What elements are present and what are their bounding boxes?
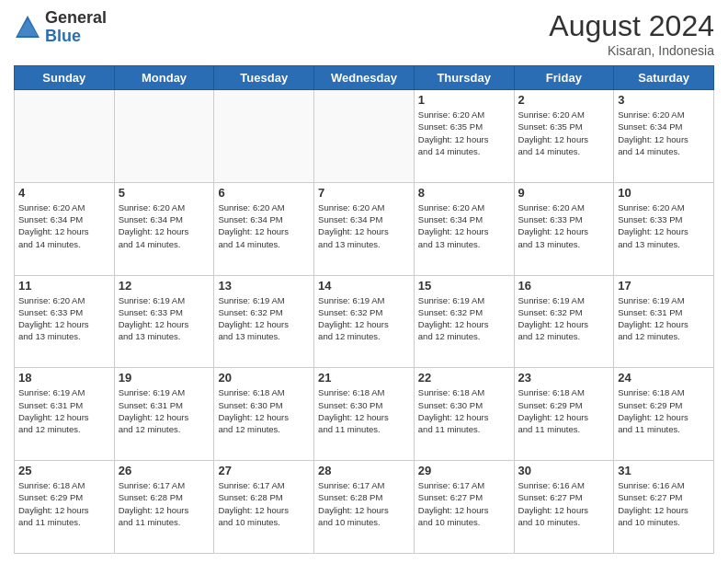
day-number: 12 xyxy=(119,279,210,293)
calendar-cell: 18Sunrise: 6:19 AM Sunset: 6:31 PM Dayli… xyxy=(15,368,115,461)
calendar-cell: 20Sunrise: 6:18 AM Sunset: 6:30 PM Dayli… xyxy=(214,368,314,461)
title-block: August 2024 Kisaran, Indonesia xyxy=(549,9,714,58)
day-number: 19 xyxy=(119,371,210,385)
day-number: 23 xyxy=(518,371,610,385)
day-header-tuesday: Tuesday xyxy=(214,66,314,90)
calendar-cell: 30Sunrise: 6:16 AM Sunset: 6:27 PM Dayli… xyxy=(514,461,614,554)
day-info: Sunrise: 6:20 AM Sunset: 6:34 PM Dayligh… xyxy=(418,201,510,250)
day-info: Sunrise: 6:19 AM Sunset: 6:31 PM Dayligh… xyxy=(618,294,710,343)
calendar-cell: 22Sunrise: 6:18 AM Sunset: 6:30 PM Dayli… xyxy=(414,368,514,461)
day-number: 10 xyxy=(618,186,710,200)
location: Kisaran, Indonesia xyxy=(549,43,714,58)
calendar-cell: 28Sunrise: 6:17 AM Sunset: 6:28 PM Dayli… xyxy=(314,461,415,554)
calendar-week-4: 18Sunrise: 6:19 AM Sunset: 6:31 PM Dayli… xyxy=(15,368,714,461)
day-number: 14 xyxy=(318,279,410,293)
day-number: 28 xyxy=(318,464,410,477)
day-number: 18 xyxy=(18,371,110,385)
day-info: Sunrise: 6:18 AM Sunset: 6:30 PM Dayligh… xyxy=(318,386,410,435)
calendar-cell: 17Sunrise: 6:19 AM Sunset: 6:31 PM Dayli… xyxy=(614,275,714,368)
day-info: Sunrise: 6:20 AM Sunset: 6:33 PM Dayligh… xyxy=(618,201,710,250)
calendar-cell: 15Sunrise: 6:19 AM Sunset: 6:32 PM Dayli… xyxy=(414,275,514,368)
day-info: Sunrise: 6:19 AM Sunset: 6:32 PM Dayligh… xyxy=(418,294,510,343)
calendar-cell xyxy=(314,90,415,183)
day-number: 9 xyxy=(518,186,610,200)
day-info: Sunrise: 6:18 AM Sunset: 6:29 PM Dayligh… xyxy=(518,386,610,435)
day-info: Sunrise: 6:20 AM Sunset: 6:34 PM Dayligh… xyxy=(318,201,410,250)
day-number: 4 xyxy=(18,186,110,200)
day-number: 27 xyxy=(218,464,310,477)
day-info: Sunrise: 6:16 AM Sunset: 6:27 PM Dayligh… xyxy=(518,479,610,528)
calendar-cell: 3Sunrise: 6:20 AM Sunset: 6:34 PM Daylig… xyxy=(614,90,714,183)
day-info: Sunrise: 6:20 AM Sunset: 6:34 PM Dayligh… xyxy=(119,201,210,250)
day-number: 15 xyxy=(418,279,510,293)
calendar-cell: 31Sunrise: 6:16 AM Sunset: 6:27 PM Dayli… xyxy=(614,461,714,554)
day-number: 13 xyxy=(218,279,310,293)
day-info: Sunrise: 6:17 AM Sunset: 6:28 PM Dayligh… xyxy=(318,479,410,528)
calendar-week-1: 1Sunrise: 6:20 AM Sunset: 6:35 PM Daylig… xyxy=(15,90,714,183)
day-header-sunday: Sunday xyxy=(15,66,115,90)
day-info: Sunrise: 6:20 AM Sunset: 6:35 PM Dayligh… xyxy=(518,109,610,157)
day-number: 8 xyxy=(418,186,510,200)
calendar-cell: 10Sunrise: 6:20 AM Sunset: 6:33 PM Dayli… xyxy=(614,182,714,275)
calendar-cell: 5Sunrise: 6:20 AM Sunset: 6:34 PM Daylig… xyxy=(114,182,214,275)
day-number: 29 xyxy=(418,464,510,477)
day-info: Sunrise: 6:20 AM Sunset: 6:33 PM Dayligh… xyxy=(518,201,610,250)
day-info: Sunrise: 6:20 AM Sunset: 6:34 PM Dayligh… xyxy=(218,201,310,250)
calendar-cell: 16Sunrise: 6:19 AM Sunset: 6:32 PM Dayli… xyxy=(514,275,614,368)
calendar-cell: 24Sunrise: 6:18 AM Sunset: 6:29 PM Dayli… xyxy=(614,368,714,461)
day-info: Sunrise: 6:17 AM Sunset: 6:28 PM Dayligh… xyxy=(119,479,210,528)
day-number: 21 xyxy=(318,371,410,385)
calendar-cell xyxy=(214,90,314,183)
day-number: 31 xyxy=(618,464,710,477)
day-number: 25 xyxy=(18,464,110,477)
calendar-cell xyxy=(15,90,115,183)
calendar-cell: 7Sunrise: 6:20 AM Sunset: 6:34 PM Daylig… xyxy=(314,182,415,275)
day-number: 22 xyxy=(418,371,510,385)
month-year: August 2024 xyxy=(549,9,714,43)
day-info: Sunrise: 6:18 AM Sunset: 6:30 PM Dayligh… xyxy=(418,386,510,435)
logo-general-text: General xyxy=(45,8,107,27)
day-header-monday: Monday xyxy=(114,66,214,90)
calendar-cell: 29Sunrise: 6:17 AM Sunset: 6:27 PM Dayli… xyxy=(414,461,514,554)
day-header-saturday: Saturday xyxy=(614,66,714,90)
day-header-wednesday: Wednesday xyxy=(314,66,415,90)
day-info: Sunrise: 6:18 AM Sunset: 6:30 PM Dayligh… xyxy=(218,386,310,435)
calendar-cell: 19Sunrise: 6:19 AM Sunset: 6:31 PM Dayli… xyxy=(114,368,214,461)
day-header-friday: Friday xyxy=(514,66,614,90)
svg-marker-1 xyxy=(17,19,38,36)
day-info: Sunrise: 6:16 AM Sunset: 6:27 PM Dayligh… xyxy=(618,479,710,528)
logo: General Blue xyxy=(14,9,107,46)
calendar-cell: 13Sunrise: 6:19 AM Sunset: 6:32 PM Dayli… xyxy=(214,275,314,368)
day-info: Sunrise: 6:20 AM Sunset: 6:35 PM Dayligh… xyxy=(418,109,510,157)
calendar-week-2: 4Sunrise: 6:20 AM Sunset: 6:34 PM Daylig… xyxy=(15,182,714,275)
logo-blue-text: Blue xyxy=(45,27,81,45)
calendar-cell: 27Sunrise: 6:17 AM Sunset: 6:28 PM Dayli… xyxy=(214,461,314,554)
day-number: 1 xyxy=(418,93,510,107)
day-number: 26 xyxy=(119,464,210,477)
day-number: 24 xyxy=(618,371,710,385)
day-info: Sunrise: 6:18 AM Sunset: 6:29 PM Dayligh… xyxy=(18,479,110,528)
calendar-header-row: SundayMondayTuesdayWednesdayThursdayFrid… xyxy=(15,66,714,90)
day-number: 3 xyxy=(618,93,710,107)
day-number: 20 xyxy=(218,371,310,385)
day-info: Sunrise: 6:20 AM Sunset: 6:34 PM Dayligh… xyxy=(618,109,710,157)
day-info: Sunrise: 6:17 AM Sunset: 6:27 PM Dayligh… xyxy=(418,479,510,528)
calendar-cell: 11Sunrise: 6:20 AM Sunset: 6:33 PM Dayli… xyxy=(15,275,115,368)
day-number: 5 xyxy=(119,186,210,200)
calendar-cell xyxy=(114,90,214,183)
calendar-table: SundayMondayTuesdayWednesdayThursdayFrid… xyxy=(14,65,714,554)
day-info: Sunrise: 6:20 AM Sunset: 6:33 PM Dayligh… xyxy=(18,294,110,343)
day-info: Sunrise: 6:19 AM Sunset: 6:32 PM Dayligh… xyxy=(318,294,410,343)
day-info: Sunrise: 6:19 AM Sunset: 6:31 PM Dayligh… xyxy=(119,386,210,435)
day-info: Sunrise: 6:19 AM Sunset: 6:32 PM Dayligh… xyxy=(218,294,310,343)
day-number: 11 xyxy=(18,279,110,293)
logo-icon xyxy=(14,14,41,41)
day-number: 30 xyxy=(518,464,610,477)
calendar-cell: 1Sunrise: 6:20 AM Sunset: 6:35 PM Daylig… xyxy=(414,90,514,183)
day-info: Sunrise: 6:18 AM Sunset: 6:29 PM Dayligh… xyxy=(618,386,710,435)
day-number: 16 xyxy=(518,279,610,293)
day-info: Sunrise: 6:17 AM Sunset: 6:28 PM Dayligh… xyxy=(218,479,310,528)
day-info: Sunrise: 6:20 AM Sunset: 6:34 PM Dayligh… xyxy=(18,201,110,250)
calendar-cell: 6Sunrise: 6:20 AM Sunset: 6:34 PM Daylig… xyxy=(214,182,314,275)
calendar-cell: 23Sunrise: 6:18 AM Sunset: 6:29 PM Dayli… xyxy=(514,368,614,461)
